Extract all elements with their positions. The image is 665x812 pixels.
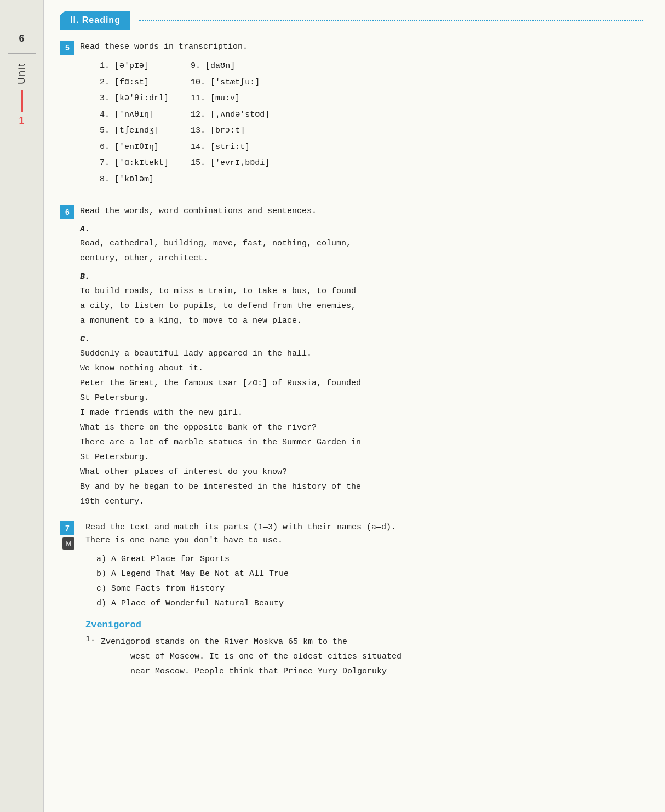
section-header: II. Reading: [60, 11, 643, 30]
exercise-6-instruction: Read the words, word combinations and se…: [80, 205, 643, 218]
section-b-text: To build roads, to miss a train, to take…: [80, 284, 643, 328]
sidebar: 6 Unit 1: [0, 0, 44, 812]
unit-bar: [21, 90, 23, 112]
trans-item-8: 8. ['kɒləm]: [100, 173, 169, 187]
option-b: b) A Legend That May Be Not at All True: [96, 567, 643, 581]
dotted-line: [139, 20, 643, 21]
unit-label: Unit: [16, 62, 27, 84]
exercise-6-row: 6 Read the words, word combinations and …: [60, 205, 643, 513]
trans-item-14: 14. [stri:t]: [191, 140, 270, 155]
trans-item-15: 15. ['evrɪˌbɒdi]: [191, 156, 270, 170]
exercise-6-badge: 6: [60, 205, 74, 219]
exercise-5-badge: 5: [60, 41, 74, 55]
exercise-7-instruction: Read the text and match its parts (1—3) …: [85, 521, 643, 547]
exercise-6-content: Read the words, word combinations and se…: [80, 205, 643, 513]
page-number: 6: [19, 33, 24, 44]
trans-item-4: 4. ['nʌθɪŋ]: [100, 108, 169, 122]
trans-item-9: 9. [daʊn]: [191, 59, 270, 73]
section-a-label: A.: [80, 225, 643, 234]
trans-item-13: 13. [brɔ:t]: [191, 124, 270, 138]
exercise-5-instruction: Read these words in transcription.: [80, 41, 643, 54]
para-1-text: Zvenigorod stands on the River Moskva 65…: [101, 634, 402, 679]
media-badge: M: [62, 537, 74, 550]
option-c: c) Some Facts from History: [96, 581, 643, 596]
section-badge: II. Reading: [60, 11, 130, 30]
paragraph-1: 1. Zvenigorod stands on the River Moskva…: [85, 634, 643, 679]
trans-item-6: 6. ['enɪθɪŋ]: [100, 140, 169, 155]
exercise-5-row: 5 Read these words in transcription. 1. …: [60, 41, 643, 197]
transcription-section: 1. [ə'pɪə] 2. [fɑ:st] 3. [kə'θi:drl] 4. …: [100, 59, 643, 186]
section-b-label: B.: [80, 272, 643, 282]
exercise-7-content: Read the text and match its parts (1—3) …: [85, 521, 643, 684]
trans-item-5: 5. [tʃeɪndʒ]: [100, 124, 169, 138]
exercise-5-content: Read these words in transcription. 1. [ə…: [80, 41, 643, 197]
trans-item-12: 12. [ˌʌndə'stʊd]: [191, 108, 270, 122]
section-c-label: C.: [80, 335, 643, 344]
trans-item-10: 10. ['stætʃu:]: [191, 76, 270, 90]
exercise-7-row: 7 M Read the text and match its parts (1…: [60, 521, 643, 684]
trans-item-3: 3. [kə'θi:drl]: [100, 92, 169, 106]
options-list: a) A Great Place for Sports b) A Legend …: [96, 552, 643, 611]
exercise-7-badge: 7: [60, 521, 74, 535]
trans-item-1: 1. [ə'pɪə]: [100, 59, 169, 73]
trans-col-1: 1. [ə'pɪə] 2. [fɑ:st] 3. [kə'θi:drl] 4. …: [100, 59, 169, 186]
unit-number: 1: [19, 115, 24, 127]
section-a-text: Road, cathedral, building, move, fast, n…: [80, 236, 643, 266]
exercise-7-badges: 7 M: [60, 521, 80, 550]
option-a: a) A Great Place for Sports: [96, 552, 643, 567]
trans-item-7: 7. ['ɑ:kɪtekt]: [100, 156, 169, 170]
trans-col-2: 9. [daʊn] 10. ['stætʃu:] 11. [mu:v] 12. …: [191, 59, 270, 186]
para-1-num: 1.: [85, 634, 95, 679]
trans-item-2: 2. [fɑ:st]: [100, 76, 169, 90]
main-content: II. Reading 5 Read these words in transc…: [44, 0, 665, 812]
section-c-text: Suddenly a beautiful lady appeared in th…: [80, 346, 643, 509]
trans-item-11: 11. [mu:v]: [191, 92, 270, 106]
city-heading: Zvenigorod: [85, 620, 643, 630]
option-d: d) A Place of Wonderful Natural Beauty: [96, 596, 643, 611]
